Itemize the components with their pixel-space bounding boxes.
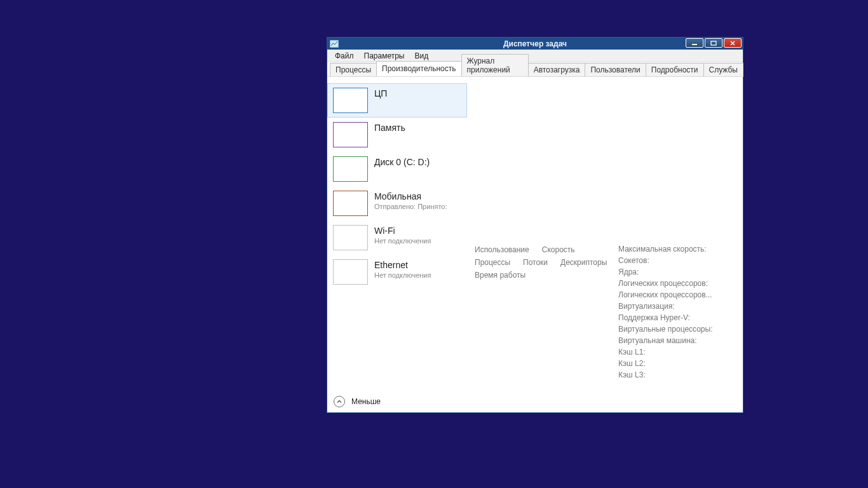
sidebar-item-label: Диск 0 (C: D:) — [374, 156, 430, 168]
sidebar-item-label: Память — [374, 122, 405, 133]
cpu-thumbnail-icon — [333, 88, 368, 113]
label-max-speed: Максимальная скорость: — [618, 243, 713, 255]
app-icon — [329, 39, 339, 49]
sidebar-item-label: Wi-Fi — [374, 225, 431, 236]
menu-view[interactable]: Вид — [409, 50, 433, 62]
task-manager-window: Диспетчер задач Файл Параметры Вид Проце… — [327, 37, 743, 413]
label-sockets: Сокетов: — [618, 255, 713, 266]
sidebar-item-cpu[interactable]: ЦП — [327, 83, 467, 118]
label-virtual-processors: Виртуальные процессоры: — [618, 323, 713, 335]
titlebar[interactable]: Диспетчер задач — [327, 37, 743, 50]
wifi-thumbnail-icon — [333, 225, 368, 250]
tab-startup[interactable]: Автозагрузка — [528, 63, 586, 77]
label-virtualization: Виртуализация: — [618, 301, 713, 312]
tab-app-history[interactable]: Журнал приложений — [461, 54, 529, 77]
menubar: Файл Параметры Вид — [327, 50, 743, 62]
mobile-thumbnail-icon — [333, 191, 368, 216]
ethernet-thumbnail-icon — [333, 259, 368, 285]
sidebar-item-sub: Нет подключения — [374, 236, 431, 245]
tab-details[interactable]: Подробности — [646, 63, 704, 77]
stats-right: Максимальная скорость: Сокетов: Ядра: Ло… — [618, 243, 713, 381]
label-processes: Процессы — [475, 258, 510, 267]
svg-rect-1 — [692, 44, 697, 45]
menu-file[interactable]: Файл — [330, 50, 359, 62]
label-cache-l3: Кэш L3: — [618, 369, 713, 381]
sidebar-item-mobile[interactable]: Мобильная Отправлено: Принято: — [327, 186, 467, 220]
sidebar-item-label: Мобильная — [374, 191, 447, 202]
footer: Меньше — [327, 391, 743, 412]
label-speed: Скорость — [542, 245, 575, 254]
memory-thumbnail-icon — [333, 122, 368, 147]
tab-services[interactable]: Службы — [703, 63, 743, 77]
main-panel: Использование Скорость Процессы Потоки Д… — [467, 77, 743, 391]
label-uptime: Время работы — [475, 271, 526, 280]
content: ЦП Память Диск 0 (C: D:) — [327, 77, 743, 391]
sidebar: ЦП Память Диск 0 (C: D:) — [327, 77, 467, 391]
minimize-button[interactable] — [686, 38, 703, 48]
maximize-button[interactable] — [705, 38, 722, 48]
sidebar-item-disk[interactable]: Диск 0 (C: D:) — [327, 152, 467, 186]
sidebar-item-sub: Отправлено: Принято: — [374, 202, 447, 211]
window-title: Диспетчер задач — [327, 39, 743, 48]
label-utilization: Использование — [475, 245, 529, 254]
sidebar-item-sub: Нет подключения — [374, 271, 431, 280]
label-cache-l2: Кэш L2: — [618, 358, 713, 369]
sidebar-item-memory[interactable]: Память — [327, 118, 467, 152]
label-logical-processors: Логических процессоров: — [618, 278, 713, 289]
label-threads: Потоки — [523, 258, 548, 267]
chevron-up-icon[interactable] — [334, 396, 345, 407]
tab-performance[interactable]: Производительность — [376, 61, 461, 76]
label-cores: Ядра: — [618, 266, 713, 278]
menu-options[interactable]: Параметры — [359, 50, 410, 62]
label-handles: Дескрипторы — [560, 258, 607, 267]
tab-users[interactable]: Пользователи — [585, 63, 646, 77]
disk-thumbnail-icon — [333, 156, 368, 182]
label-cache-l1: Кэш L1: — [618, 346, 713, 358]
sidebar-item-label: ЦП — [374, 88, 387, 99]
stats-left: Использование Скорость Процессы Потоки Д… — [475, 245, 607, 283]
label-logical-processors-more: Логических процессоров... — [618, 289, 713, 301]
fewer-details-button[interactable]: Меньше — [351, 397, 381, 406]
sidebar-item-wifi[interactable]: Wi-Fi Нет подключения — [327, 220, 467, 255]
label-hyperv: Поддержка Hyper-V: — [618, 312, 713, 323]
tab-processes[interactable]: Процессы — [330, 63, 377, 77]
tabstrip: Процессы Производительность Журнал прило… — [327, 62, 743, 77]
label-virtual-machine: Виртуальная машина: — [618, 335, 713, 346]
sidebar-item-ethernet[interactable]: Ethernet Нет подключения — [327, 255, 467, 289]
svg-rect-2 — [711, 41, 716, 45]
close-button[interactable] — [724, 38, 742, 48]
body: ЦП Память Диск 0 (C: D:) — [327, 77, 743, 412]
window-buttons — [686, 38, 742, 48]
sidebar-item-label: Ethernet — [374, 259, 431, 271]
